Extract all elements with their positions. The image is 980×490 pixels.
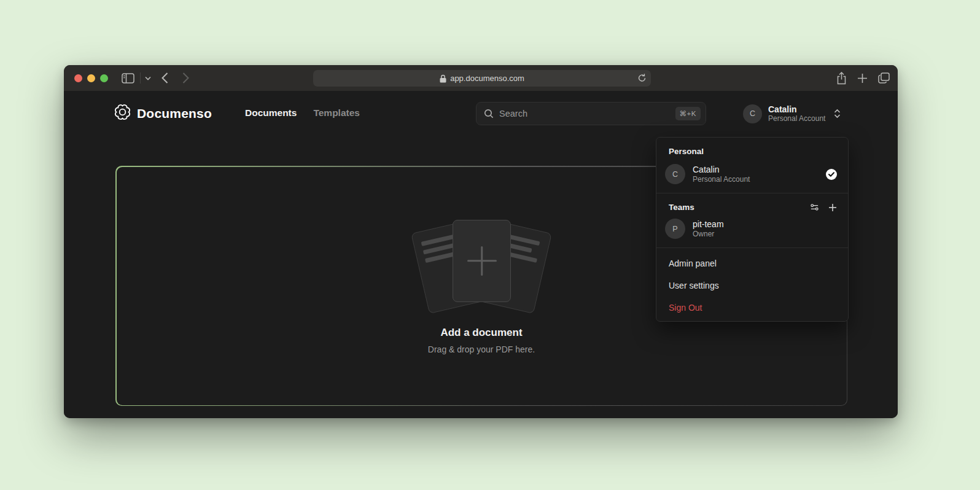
menu-divider xyxy=(656,193,848,193)
nav-templates[interactable]: Templates xyxy=(313,107,360,119)
forward-button[interactable] xyxy=(182,72,189,84)
personal-account-item[interactable]: C Catalin Personal Account xyxy=(656,160,848,189)
menu-item-user-settings[interactable]: User settings xyxy=(656,274,848,297)
team-item[interactable]: P pit-team Owner xyxy=(656,214,848,243)
sidebar-toggle-icon[interactable] xyxy=(122,73,134,84)
personal-section-label: Personal xyxy=(656,141,848,160)
avatar: C xyxy=(665,164,685,184)
account-dropdown-menu: Personal C Catalin Personal Account Team… xyxy=(656,137,849,322)
document-stack-illustration xyxy=(405,219,558,312)
teams-section-header: Teams xyxy=(656,198,848,214)
manage-teams-icon[interactable] xyxy=(810,203,819,212)
zoom-window-button[interactable] xyxy=(100,74,108,82)
account-name: Catalin xyxy=(768,104,825,114)
documenso-logo[interactable]: Documenso xyxy=(114,104,212,123)
avatar: P xyxy=(665,219,685,239)
plus-icon xyxy=(467,246,497,276)
search-shortcut-badge: ⌘+K xyxy=(675,107,701,120)
address-bar[interactable]: app.documenso.com xyxy=(313,70,651,87)
minimize-window-button[interactable] xyxy=(87,74,95,82)
document-card-center xyxy=(453,220,511,302)
browser-window: app.documenso.com xyxy=(64,65,898,418)
nav-documents[interactable]: Documents xyxy=(245,107,297,119)
search-input[interactable] xyxy=(499,109,675,119)
lock-icon xyxy=(440,74,446,83)
search-icon xyxy=(484,109,494,119)
teams-section-label: Teams xyxy=(669,203,801,212)
documenso-badge-icon xyxy=(114,104,131,123)
team-role: Owner xyxy=(693,230,724,239)
personal-account-name: Catalin xyxy=(693,165,750,175)
toolbar-separator xyxy=(140,72,141,84)
refresh-icon[interactable] xyxy=(637,73,647,85)
dropzone-subtitle: Drag & drop your PDF here. xyxy=(428,344,535,354)
share-icon[interactable] xyxy=(836,72,847,85)
menu-divider xyxy=(656,247,848,248)
create-team-icon[interactable] xyxy=(828,203,837,212)
team-name: pit-team xyxy=(693,219,724,230)
chevron-up-down-icon xyxy=(834,109,841,119)
selected-check-icon xyxy=(826,169,837,180)
brand-name: Documenso xyxy=(137,106,212,121)
dropzone-title: Add a document xyxy=(440,327,522,339)
new-tab-icon[interactable] xyxy=(857,73,868,84)
back-button[interactable] xyxy=(161,72,168,84)
app-content: Documenso Documents Templates ⌘+K C Cata… xyxy=(64,91,898,418)
personal-account-subtitle: Personal Account xyxy=(693,175,750,184)
url-text: app.documenso.com xyxy=(450,74,524,83)
avatar: C xyxy=(743,104,762,123)
menu-item-sign-out[interactable]: Sign Out xyxy=(656,297,848,319)
account-subtitle: Personal Account xyxy=(768,114,825,123)
browser-titlebar: app.documenso.com xyxy=(64,65,898,91)
tab-overview-icon[interactable] xyxy=(878,72,890,84)
search-bar[interactable]: ⌘+K xyxy=(476,102,706,125)
account-menu-trigger[interactable]: C Catalin Personal Account xyxy=(743,102,841,125)
sidebar-chevron-down-icon[interactable] xyxy=(145,76,151,80)
traffic-lights xyxy=(64,74,108,82)
main-nav: Documents Templates xyxy=(245,107,360,119)
menu-item-admin-panel[interactable]: Admin panel xyxy=(656,252,848,274)
close-window-button[interactable] xyxy=(74,74,82,82)
